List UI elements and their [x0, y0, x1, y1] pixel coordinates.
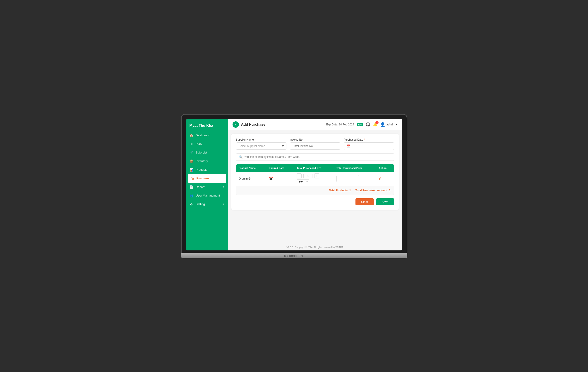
sidebar-item-sale-list[interactable]: 🛒 Sale List — [186, 148, 228, 157]
header: ‹ Add Purchase Exp Date: 10 Feb 2024 EN … — [228, 119, 402, 130]
sidebar-item-dashboard[interactable]: 🏠 Dashboard — [186, 131, 228, 140]
col-expired-date: Expired Date — [266, 164, 294, 172]
sidebar-item-label: Products — [196, 168, 207, 171]
col-total-purchased-price: Total Purchased Price — [334, 164, 376, 172]
sidebar-item-report[interactable]: 📄 Report ▼ — [186, 183, 228, 191]
total-amount-summary: Total Purchased Amount: 0 — [356, 189, 390, 192]
setting-icon: ⚙ — [189, 202, 194, 206]
products-icon: 📊 — [189, 168, 194, 172]
qty-input[interactable] — [303, 174, 313, 178]
purchase-table-container: Product Name Expired Date Total Purchase… — [236, 164, 394, 195]
required-mark: * — [364, 138, 365, 141]
footer-brand: YCARE — [336, 246, 344, 249]
sidebar-item-products[interactable]: 📊 Products — [186, 166, 228, 174]
sidebar-report-label: Report — [196, 185, 205, 189]
back-button[interactable]: ‹ — [232, 121, 239, 128]
col-product-name: Product Name — [236, 164, 266, 172]
page-title: Add Purchase — [241, 122, 266, 127]
chevron-down-icon: ▼ — [222, 203, 225, 205]
cell-expired-date[interactable]: 📅 — [266, 172, 294, 186]
report-icon: 📄 — [189, 185, 194, 189]
search-icon: 🔍 — [239, 155, 242, 159]
notification-badge: 4 — [375, 121, 378, 124]
sidebar-item-label: Dashboard — [196, 134, 210, 137]
pos-icon: 🖥 — [189, 142, 194, 146]
chevron-down-icon: ▼ — [222, 186, 225, 188]
headset-button[interactable]: 🎧 — [366, 122, 370, 127]
product-search-input[interactable] — [244, 155, 391, 159]
sidebar-user-mgmt-label: User Management — [196, 194, 220, 197]
supplier-name-select[interactable]: Select Supplier Name — [236, 142, 286, 150]
invoice-no-input[interactable] — [290, 142, 340, 150]
required-mark: * — [254, 138, 256, 141]
purchase-icon: 🛍 — [190, 176, 194, 181]
header-right: Exp Date: 10 Feb 2024 EN 🎧 🔔 4 👤 admin ▼ — [326, 122, 397, 127]
calendar-icon: 📅 — [347, 144, 350, 148]
invoice-no-group: Invoice No — [290, 138, 340, 150]
sidebar-item-pos[interactable]: 🖥 POS — [186, 140, 228, 148]
notification-button[interactable]: 🔔 4 — [373, 122, 378, 127]
table-row: Oramin G 📅 − — [236, 172, 394, 186]
supplier-name-group: Supplier Name * Select Supplier Name — [236, 138, 286, 150]
action-buttons: Clear Save — [236, 198, 394, 205]
unit-select[interactable]: Box Piece Pack — [297, 179, 309, 184]
cell-action: 🗑 — [376, 172, 394, 186]
cell-qty: − + Box Piece — [294, 172, 334, 186]
total-products-summary: Total Products: 1 — [329, 189, 351, 192]
unit-select-wrapper: Box Piece Pack — [297, 179, 331, 184]
admin-chevron-icon: ▼ — [396, 123, 398, 126]
qty-decrease-button[interactable]: − — [297, 173, 302, 178]
form-card: Supplier Name * Select Supplier Name Inv… — [231, 134, 399, 210]
admin-label: admin — [386, 123, 394, 126]
col-action: Action — [376, 164, 394, 172]
main-content: ‹ Add Purchase Exp Date: 10 Feb 2024 EN … — [228, 119, 402, 250]
admin-menu-button[interactable]: 👤 admin ▼ — [380, 122, 397, 127]
sidebar: Myat Thu Kha 🏠 Dashboard 🖥 POS 🛒 Sale Li… — [186, 119, 228, 250]
exp-date: Exp Date: 10 Feb 2024 — [326, 123, 354, 126]
col-total-purchased-qty: Total Purchased Qty — [294, 164, 334, 172]
sale-list-icon: 🛒 — [189, 150, 194, 155]
sidebar-item-label: POS — [196, 142, 202, 146]
purchased-date-group: Purchased Date * 📅 5 Feb 2024 — [344, 138, 394, 150]
inventory-icon: 📦 — [189, 159, 194, 163]
supplier-name-label: Supplier Name * — [236, 138, 286, 141]
clear-button[interactable]: Clear — [356, 198, 374, 205]
admin-avatar-icon: 👤 — [380, 122, 385, 127]
user-management-icon: 👥 — [189, 194, 194, 198]
sidebar-nav: 🏠 Dashboard 🖥 POS 🛒 Sale List 📦 Inventor… — [186, 131, 228, 250]
price-input[interactable] — [336, 175, 359, 182]
sidebar-item-user-management[interactable]: 👥 User Management — [186, 191, 228, 200]
delete-row-button[interactable]: 🗑 — [379, 177, 382, 181]
calendar-icon: 📅 — [269, 177, 273, 181]
sidebar-item-label: Purchase — [197, 177, 209, 180]
sidebar-item-label: Inventory — [196, 159, 208, 163]
invoice-no-label: Invoice No — [290, 138, 340, 141]
qty-increase-button[interactable]: + — [314, 173, 319, 178]
form-row-fields: Supplier Name * Select Supplier Name Inv… — [236, 138, 394, 150]
product-search-bar: 🔍 — [236, 153, 394, 161]
app-user-name: Myat Thu Kha — [186, 119, 228, 131]
header-left: ‹ Add Purchase — [232, 121, 266, 128]
content-area: Supplier Name * Select Supplier Name Inv… — [228, 130, 402, 244]
footer-text: V1.0.0 | Copyright © 2024. All rights re… — [286, 246, 335, 249]
sidebar-item-inventory[interactable]: 📦 Inventory — [186, 157, 228, 166]
purchase-table: Product Name Expired Date Total Purchase… — [236, 164, 394, 186]
qty-control: − + — [297, 173, 331, 178]
summary-row: Total Products: 1 Total Purchased Amount… — [236, 186, 394, 195]
purchased-date-label: Purchased Date * — [344, 138, 394, 141]
save-button[interactable]: Save — [376, 198, 394, 205]
laptop-base — [181, 253, 407, 258]
sidebar-item-label: Sale List — [196, 151, 207, 154]
footer: V1.0.0 | Copyright © 2024. All rights re… — [228, 244, 402, 250]
sidebar-item-setting[interactable]: ⚙ Setting ▼ — [186, 200, 228, 209]
date-input-wrapper[interactable]: 📅 5 Feb 2024 — [344, 142, 394, 150]
sidebar-setting-label: Setting — [196, 202, 205, 206]
purchased-date-input[interactable]: 5 Feb 2024 — [352, 144, 391, 148]
dashboard-icon: 🏠 — [189, 133, 194, 138]
language-badge[interactable]: EN — [357, 123, 363, 126]
sidebar-item-purchase[interactable]: 🛍 Purchase — [188, 174, 226, 183]
cell-price — [334, 172, 376, 186]
cell-product-name: Oramin G — [236, 172, 266, 186]
